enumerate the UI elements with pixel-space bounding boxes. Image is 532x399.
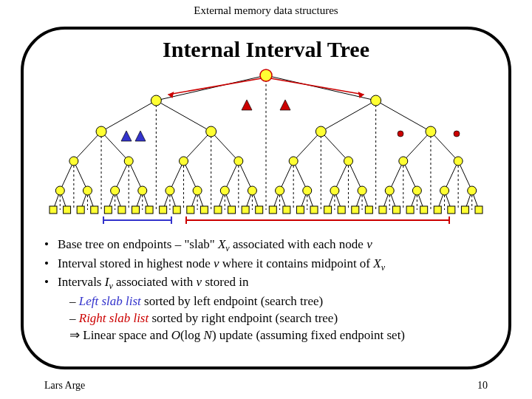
svg-line-56 — [348, 161, 362, 191]
svg-rect-156 — [434, 206, 441, 214]
svg-point-93 — [260, 69, 272, 81]
svg-point-112 — [166, 186, 174, 195]
svg-rect-136 — [160, 206, 167, 214]
bullet-dot: • — [44, 236, 58, 255]
svg-line-41 — [293, 132, 321, 161]
svg-rect-146 — [296, 206, 304, 214]
svg-line-124 — [168, 78, 262, 95]
svg-line-54 — [293, 161, 307, 191]
svg-rect-150 — [352, 206, 359, 214]
svg-point-165 — [454, 131, 460, 137]
sub-bullet-right: – Right slab list sorted by right endpoi… — [44, 310, 495, 327]
svg-line-49 — [170, 161, 184, 191]
svg-rect-141 — [228, 206, 236, 214]
svg-point-98 — [316, 126, 326, 137]
svg-line-34 — [156, 100, 211, 132]
svg-rect-139 — [200, 206, 208, 214]
footer-page-number: 10 — [477, 380, 488, 392]
svg-rect-133 — [118, 206, 126, 214]
svg-line-126 — [270, 78, 364, 95]
svg-point-109 — [83, 186, 92, 195]
svg-point-97 — [206, 126, 216, 137]
svg-point-99 — [426, 126, 436, 137]
svg-line-53 — [280, 161, 294, 191]
svg-point-111 — [138, 186, 147, 195]
bullet-dot: • — [44, 256, 58, 274]
svg-rect-128 — [50, 206, 57, 214]
svg-rect-152 — [379, 206, 386, 214]
svg-rect-147 — [310, 206, 318, 214]
bullet-1: • Base tree on endpoints – "slab" Xv ass… — [44, 236, 495, 255]
svg-line-39 — [184, 132, 211, 161]
svg-rect-144 — [269, 206, 276, 214]
slide-header: External memory data structures — [0, 0, 532, 18]
svg-rect-149 — [338, 206, 345, 214]
svg-point-113 — [193, 186, 202, 195]
svg-line-48 — [129, 161, 143, 191]
svg-rect-154 — [406, 206, 414, 214]
svg-line-51 — [225, 161, 239, 191]
svg-point-94 — [151, 95, 161, 106]
slide-title: Internal Interval Tree — [0, 37, 532, 62]
svg-line-37 — [74, 132, 101, 161]
svg-line-57 — [389, 161, 403, 191]
svg-rect-140 — [214, 206, 222, 214]
svg-rect-158 — [461, 206, 468, 214]
svg-point-120 — [385, 186, 394, 195]
svg-point-105 — [344, 157, 352, 166]
tree-svg — [44, 65, 488, 223]
svg-line-46 — [74, 161, 88, 191]
svg-point-95 — [371, 95, 381, 106]
bullet-2-text: Interval stored in highest node v where … — [58, 256, 385, 274]
svg-line-45 — [60, 161, 74, 191]
svg-point-100 — [69, 157, 78, 166]
bullet-3: • Intervals Iv associated with v stored … — [44, 274, 495, 293]
svg-rect-131 — [91, 206, 98, 214]
svg-rect-148 — [324, 206, 332, 214]
svg-point-96 — [96, 126, 106, 137]
svg-line-33 — [101, 100, 156, 132]
svg-rect-143 — [256, 206, 263, 214]
svg-marker-160 — [242, 100, 252, 110]
svg-marker-161 — [280, 100, 290, 110]
svg-marker-162 — [121, 131, 132, 141]
svg-point-118 — [330, 186, 339, 195]
bullet-dot: • — [44, 274, 58, 293]
svg-line-43 — [403, 132, 431, 161]
svg-point-121 — [412, 186, 421, 195]
svg-line-40 — [211, 132, 239, 161]
svg-line-59 — [445, 161, 459, 191]
svg-rect-151 — [365, 206, 372, 214]
svg-point-114 — [220, 186, 229, 195]
conclusion: ⇒ Linear space and O(log N) update (assu… — [44, 327, 495, 344]
svg-point-110 — [111, 186, 120, 195]
svg-point-106 — [399, 157, 408, 166]
svg-point-103 — [234, 157, 243, 166]
svg-rect-142 — [242, 206, 249, 214]
svg-point-122 — [440, 186, 449, 195]
svg-point-123 — [468, 186, 477, 195]
svg-line-47 — [115, 161, 129, 191]
svg-line-52 — [239, 161, 253, 191]
svg-rect-138 — [187, 206, 194, 214]
svg-line-60 — [458, 161, 472, 191]
svg-marker-163 — [135, 131, 146, 141]
sub-bullet-left: – Left slab list sorted by left endpoint… — [44, 293, 495, 310]
svg-line-44 — [431, 132, 458, 161]
svg-rect-134 — [132, 206, 139, 214]
bullet-1-text: Base tree on endpoints – "slab" Xv assoc… — [58, 236, 372, 255]
bullet-2: • Interval stored in highest node v wher… — [44, 256, 495, 274]
svg-point-117 — [303, 186, 312, 195]
svg-rect-137 — [173, 206, 180, 214]
svg-line-35 — [321, 100, 375, 132]
svg-point-115 — [248, 186, 256, 195]
svg-rect-153 — [393, 206, 400, 214]
svg-rect-155 — [420, 206, 428, 214]
svg-line-50 — [184, 161, 198, 191]
svg-line-42 — [321, 132, 348, 161]
svg-rect-132 — [104, 206, 112, 214]
svg-rect-130 — [77, 206, 84, 214]
footer-author: Lars Arge — [44, 380, 85, 392]
svg-line-55 — [335, 161, 349, 191]
tree-diagram — [44, 65, 488, 223]
